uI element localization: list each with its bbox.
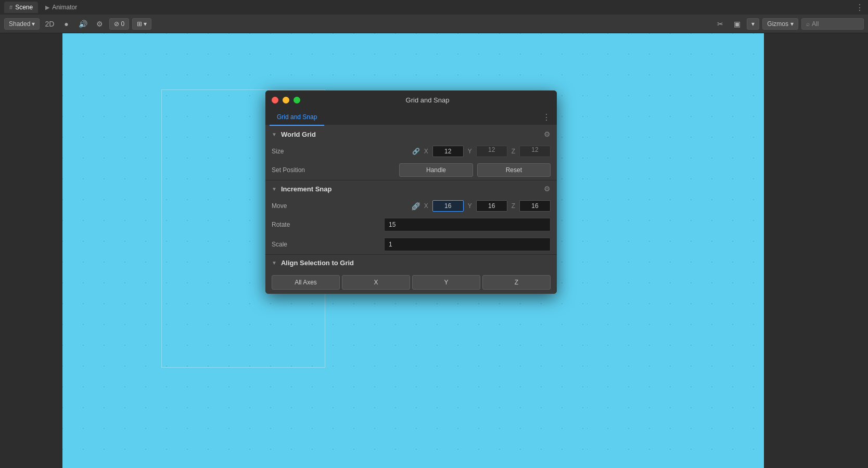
grid-and-snap-modal: Grid and Snap Grid and Snap ⋮ ▼ World Gr… (265, 90, 557, 294)
camera-icon: ▣ (734, 20, 741, 28)
align-selection-collapse-icon[interactable]: ▼ (272, 260, 277, 266)
modal-tab-more-button[interactable]: ⋮ (540, 110, 553, 124)
x-axis-label: X (374, 279, 378, 286)
rotate-row: Rotate (265, 215, 557, 235)
search-label: All (812, 20, 819, 28)
topbar-more-button[interactable]: ⋮ (856, 3, 864, 12)
search-icon: ⌕ (806, 20, 810, 28)
move-row: Move 🔗 X Y Z (265, 197, 557, 215)
world-grid-collapse-icon[interactable]: ▼ (272, 132, 277, 137)
2d-button[interactable]: 2D (43, 17, 56, 31)
move-z-label: Z (512, 202, 515, 210)
size-z-display: 12 (519, 146, 551, 157)
tab-animator[interactable]: ▶ Animator (40, 2, 82, 13)
animator-tab-label: Animator (52, 4, 77, 11)
size-y-label: Y (468, 148, 472, 155)
shading-label: Shaded (9, 20, 30, 28)
shading-dropdown[interactable]: Shaded ▾ (4, 18, 40, 30)
world-grid-section-header: ▼ World Grid ⚙ (265, 126, 557, 142)
move-y-label: Y (468, 202, 472, 210)
move-y-input[interactable] (476, 200, 507, 212)
snap-arrow-icon: ▾ (144, 20, 147, 28)
align-selection-title: Align Selection to Grid (281, 259, 551, 267)
modal-tab-strip: Grid and Snap ⋮ (265, 109, 557, 126)
snap-dropdown[interactable]: ⊞ ▾ (132, 18, 151, 30)
tab-scene[interactable]: # Scene (4, 2, 38, 13)
y-axis-label: Y (444, 279, 448, 286)
close-window-button[interactable] (272, 97, 278, 103)
fx-count: 0 (121, 20, 124, 28)
shading-arrow-icon: ▾ (32, 20, 35, 28)
scene-tab-label: Scene (15, 4, 33, 11)
rotate-input[interactable] (384, 218, 551, 231)
increment-snap-title: Increment Snap (281, 185, 540, 193)
fx-button[interactable]: ⚙ (93, 17, 106, 31)
move-x-input[interactable] (432, 200, 464, 212)
snap-icon: ⊞ (137, 20, 142, 28)
align-buttons-row: All Axes X Y Z (265, 271, 557, 294)
scene-toolbar: Shaded ▾ 2D ● 🔊 ⚙ ⊘ 0 ⊞ ▾ ✂ ▣ ▾ Gizmos ▾… (0, 15, 868, 33)
world-grid-title: World Grid (281, 131, 540, 138)
minimize-window-button[interactable] (283, 97, 289, 103)
size-x-input[interactable] (432, 146, 464, 157)
fx-count-display[interactable]: ⊘ 0 (109, 18, 129, 30)
modal-title: Grid and Snap (304, 96, 551, 104)
grid-right-panel (587, 33, 764, 468)
all-axes-button[interactable]: All Axes (272, 275, 340, 290)
camera-dropdown[interactable]: ▾ (747, 18, 759, 30)
persp-button[interactable]: ● (59, 17, 73, 31)
scale-input[interactable] (384, 238, 551, 251)
gizmos-label: Gizmos (767, 20, 788, 28)
handle-button[interactable]: Handle (399, 163, 473, 177)
tools-button[interactable]: ✂ (713, 17, 727, 31)
modal-titlebar: Grid and Snap (265, 90, 557, 109)
z-axis-button[interactable]: Z (482, 275, 551, 290)
move-x-label: X (424, 202, 428, 210)
gizmos-arrow-icon: ▾ (790, 20, 794, 28)
tab-grid-snap-label: Grid and Snap (277, 113, 317, 121)
camera-btn[interactable]: ▣ (730, 17, 744, 31)
sidebar-right (764, 33, 868, 468)
move-z-input[interactable] (519, 200, 551, 212)
set-position-label: Set Position (272, 166, 318, 174)
scale-label: Scale (272, 241, 318, 248)
world-grid-gear-icon[interactable]: ⚙ (544, 130, 551, 138)
fx-slash-icon: ⊘ (114, 20, 119, 28)
sidebar-left (0, 33, 62, 468)
size-row: Size 🔗 X Y 12 Z 12 (265, 142, 557, 160)
increment-snap-gear-icon[interactable]: ⚙ (544, 185, 551, 193)
rotate-label: Rotate (272, 221, 318, 228)
move-label: Move (272, 202, 318, 210)
top-menu-bar: # Scene ▶ Animator ⋮ (0, 0, 868, 15)
set-position-row: Set Position Handle Reset (265, 160, 557, 180)
scene-hash-icon: # (9, 4, 12, 10)
tab-grid-and-snap[interactable]: Grid and Snap (270, 109, 324, 126)
modal-body: Grid and Snap ⋮ ▼ World Grid ⚙ Size 🔗 X … (265, 109, 557, 294)
persp-icon: ● (64, 20, 68, 28)
animator-icon: ▶ (45, 4, 49, 11)
scale-row: Scale (265, 235, 557, 254)
audio-icon: 🔊 (79, 20, 87, 28)
x-axis-button[interactable]: X (342, 275, 410, 290)
fx-icon: ⚙ (96, 20, 103, 28)
search-box[interactable]: ⌕ All (801, 18, 864, 30)
reset-button[interactable]: Reset (477, 163, 551, 177)
size-z-label: Z (512, 148, 515, 155)
maximize-window-button[interactable] (293, 97, 300, 103)
size-y-display: 12 (476, 146, 507, 157)
camera-arrow-icon: ▾ (751, 20, 755, 28)
all-axes-label: All Axes (295, 279, 317, 286)
tools-icon: ✂ (717, 20, 723, 28)
increment-snap-collapse-icon[interactable]: ▼ (272, 186, 277, 192)
scene-viewport: Grid and Snap Grid and Snap ⋮ ▼ World Gr… (0, 33, 868, 468)
increment-snap-section-header: ▼ Increment Snap ⚙ (265, 180, 557, 197)
2d-label: 2D (45, 20, 54, 28)
y-axis-button[interactable]: Y (412, 275, 480, 290)
gizmos-dropdown[interactable]: Gizmos ▾ (762, 18, 798, 30)
size-x-label: X (424, 148, 428, 155)
move-unlink-icon[interactable]: 🔗 (412, 202, 420, 210)
size-label: Size (272, 148, 318, 155)
audio-button[interactable]: 🔊 (76, 17, 90, 31)
size-link-icon[interactable]: 🔗 (412, 148, 420, 155)
z-axis-label: Z (515, 279, 518, 286)
